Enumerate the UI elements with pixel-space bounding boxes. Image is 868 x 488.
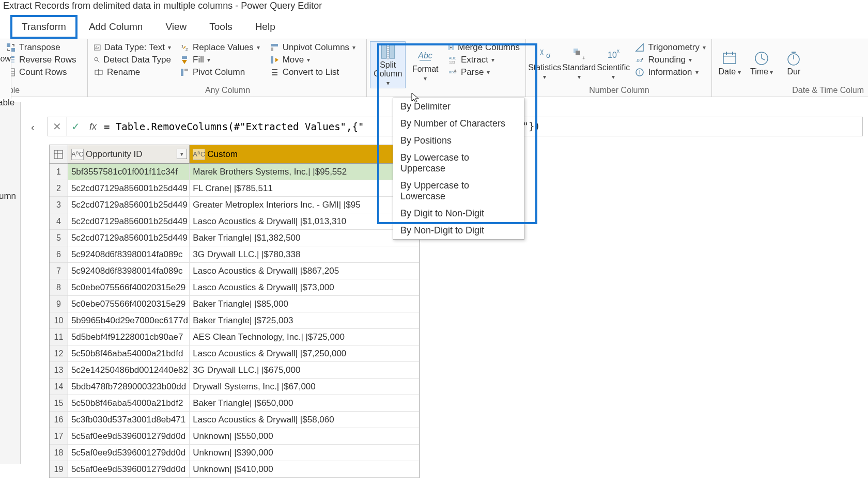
cell-custom[interactable]: Marek Brothers Systems, Inc.| |$95,552 [190,164,420,180]
cell-opportunity-id[interactable]: 5c92408d6f83980014fa089c [68,246,190,263]
table-row[interactable]: 65c92408d6f83980014fa089c3G Drywall LLC.… [50,246,420,263]
table-row[interactable]: 155c50b8f46aba54000a21bdf2Baker Triangle… [50,395,420,412]
cell-custom[interactable]: Lasco Acoustics & Drywall| |$867,205 [190,263,420,279]
data-type-button[interactable]: Aa Data Type: Text [91,41,174,54]
row-number[interactable]: 19 [50,461,68,478]
column-filter-button[interactable]: ▾ [177,149,187,159]
table-row[interactable]: 95c0ebe075566f40020315e29Baker Triangle|… [50,296,420,312]
rename-button[interactable]: Rename [91,66,174,78]
cell-opportunity-id[interactable]: 5c50b8f46aba54000a21bdfd [68,345,190,362]
cell-custom[interactable]: Baker Triangle| |$85,000 [190,296,420,312]
scientific-button[interactable]: 10x Scientific [598,41,629,85]
merge-columns-button[interactable]: Merge Columns [445,41,522,54]
row-number[interactable]: 17 [50,428,68,445]
cell-custom[interactable]: Unknown| |$390,000 [190,445,420,461]
cell-custom[interactable]: 3G Drywall LLC.| |$780,338 [190,246,420,263]
cell-opportunity-id[interactable]: 5c50b8f46aba54000a21bdf2 [68,395,190,412]
row-number[interactable]: 1 [50,164,68,180]
table-row[interactable]: 165c3fb030d537a3001d8eb471Lasco Acoustic… [50,412,420,428]
table-row[interactable]: 25c2cd07129a856001b25d449FL Crane| |$785… [50,180,420,197]
cell-opportunity-id[interactable]: 5b9965b40d29e7000ec6177d [68,312,190,329]
split-by-lowercase-to-uppercase[interactable]: By Lowercase to Uppercase [393,149,524,177]
tab-help[interactable]: Help [244,15,287,39]
split-by-digit-to-non-digit[interactable]: By Digit to Non-Digit [393,205,524,222]
row-number[interactable]: 11 [50,329,68,345]
rounding-button[interactable]: .00 Rounding [632,54,708,66]
trigonometry-button[interactable]: Trigonometry [632,41,708,54]
row-number[interactable]: 10 [50,312,68,329]
split-by-uppercase-to-lowercase[interactable]: By Uppercase to Lowercase [393,177,524,205]
cell-opportunity-id[interactable]: 5c5af0ee9d5396001279dd0d [68,445,190,461]
parse-button[interactable]: abc Parse [445,66,522,78]
cell-custom[interactable]: Lasco Acoustics & Drywall| |$1,013,310 [190,213,420,230]
row-number[interactable]: 2 [50,180,68,197]
table-row[interactable]: 105b9965b40d29e7000ec6177dBaker Triangle… [50,312,420,329]
cell-opportunity-id[interactable]: 5d5bebf4f91228001cb90ae7 [68,329,190,345]
standard-button[interactable]: + Standard [563,41,595,85]
row-number[interactable]: 16 [50,412,68,428]
column-header-opportunity-id[interactable]: AᴮC Opportunity ID ▾ [68,145,190,164]
table-row[interactable]: 55c2cd07129a856001b25d449Baker Triangle|… [50,230,420,246]
count-rows-button[interactable]: Count Rows [3,66,79,78]
convert-to-list-button[interactable]: Convert to List [267,66,363,78]
table-row[interactable]: 75c92408d6f83980014fa089cLasco Acoustics… [50,263,420,279]
cell-opportunity-id[interactable]: 5c2cd07129a856001b25d449 [68,213,190,230]
tab-view[interactable]: View [154,15,198,39]
tab-transform[interactable]: Transform [10,15,78,39]
reverse-rows-button[interactable]: Reverse Rows [3,54,79,66]
table-row[interactable]: 115d5bebf4f91228001cb90ae7AES Clean Tech… [50,329,420,345]
cell-opportunity-id[interactable]: 5c2cd07129a856001b25d449 [68,180,190,197]
table-row[interactable]: 195c5af0ee9d5396001279dd0dUnknown| |$410… [50,461,420,478]
table-row[interactable]: 145bdb478fb7289000323b00ddDrywall System… [50,379,420,395]
statistics-button[interactable]: χσ Statistics [529,41,560,85]
cell-custom[interactable]: Baker Triangle| |$1,382,500 [190,230,420,246]
replace-values-button[interactable]: 12 Replace Values [177,41,264,54]
cell-custom[interactable]: Unknown| |$550,000 [190,428,420,445]
row-header-corner[interactable] [50,145,68,164]
split-by-non-digit-to-digit[interactable]: By Non-Digit to Digit [393,222,524,239]
table-row[interactable]: 175c5af0ee9d5396001279dd0dUnknown| |$550… [50,428,420,445]
cell-custom[interactable]: AES Clean Technology, Inc.| |$725,000 [190,329,420,345]
fill-button[interactable]: Fill [177,54,264,66]
duration-button[interactable]: Dur [779,41,808,85]
cell-custom[interactable]: 3G Drywall LLC.| |$675,000 [190,362,420,379]
move-button[interactable]: Move [267,54,363,66]
cell-opportunity-id[interactable]: 5c5af0ee9d5396001279dd0d [68,428,190,445]
cell-custom[interactable]: Drywall Systems, Inc.| |$67,000 [190,379,420,395]
row-number[interactable]: 8 [50,279,68,296]
table-row[interactable]: 45c2cd07129a856001b25d449Lasco Acoustics… [50,213,420,230]
cell-opportunity-id[interactable]: 5c3fb030d537a3001d8eb471 [68,412,190,428]
collapse-chevron-icon[interactable]: ‹ [31,121,38,134]
extract-button[interactable]: ABC123 Extract [445,54,522,66]
cell-custom[interactable]: Lasco Acoustics & Drywall| |$58,060 [190,412,420,428]
cell-custom[interactable]: Unknown| |$410,000 [190,461,420,478]
detect-data-type-button[interactable]: Detect Data Type [91,54,174,66]
cell-opportunity-id[interactable]: 5c5af0ee9d5396001279dd0d [68,461,190,478]
transpose-button[interactable]: Transpose [3,41,79,54]
tab-tools[interactable]: Tools [198,15,243,39]
column-type-icon[interactable]: AᴮC [193,149,205,160]
row-number[interactable]: 9 [50,296,68,312]
table-row[interactable]: 125c50b8f46aba54000a21bdfdLasco Acoustic… [50,345,420,362]
row-number[interactable]: 5 [50,230,68,246]
split-by-positions[interactable]: By Positions [393,132,524,149]
row-number[interactable]: 15 [50,395,68,412]
row-number[interactable]: 7 [50,263,68,279]
row-number[interactable]: 4 [50,213,68,230]
pivot-column-button[interactable]: Pivot Column [177,66,264,78]
formula-cancel-button[interactable]: ✕ [48,117,67,136]
column-header-custom[interactable]: AᴮC Custom [190,145,420,164]
date-button[interactable]: Date [715,41,744,85]
row-number[interactable]: 18 [50,445,68,461]
time-button[interactable]: Time [747,41,776,85]
cell-opportunity-id[interactable]: 5c2cd07129a856001b25d449 [68,197,190,213]
row-number[interactable]: 12 [50,345,68,362]
row-number[interactable]: 13 [50,362,68,379]
table-row[interactable]: 85c0ebe075566f40020315e29Lasco Acoustics… [50,279,420,296]
cell-opportunity-id[interactable]: 5c2e14250486bd0012440e82 [68,362,190,379]
table-row[interactable]: 185c5af0ee9d5396001279dd0dUnknown| |$390… [50,445,420,461]
table-row[interactable]: 135c2e14250486bd0012440e823G Drywall LLC… [50,362,420,379]
cell-opportunity-id[interactable]: 5c2cd07129a856001b25d449 [68,230,190,246]
cell-custom[interactable]: Greater Metroplex Interiors Inc. - GMI| … [190,197,420,213]
tab-add-column[interactable]: Add Column [78,15,154,39]
